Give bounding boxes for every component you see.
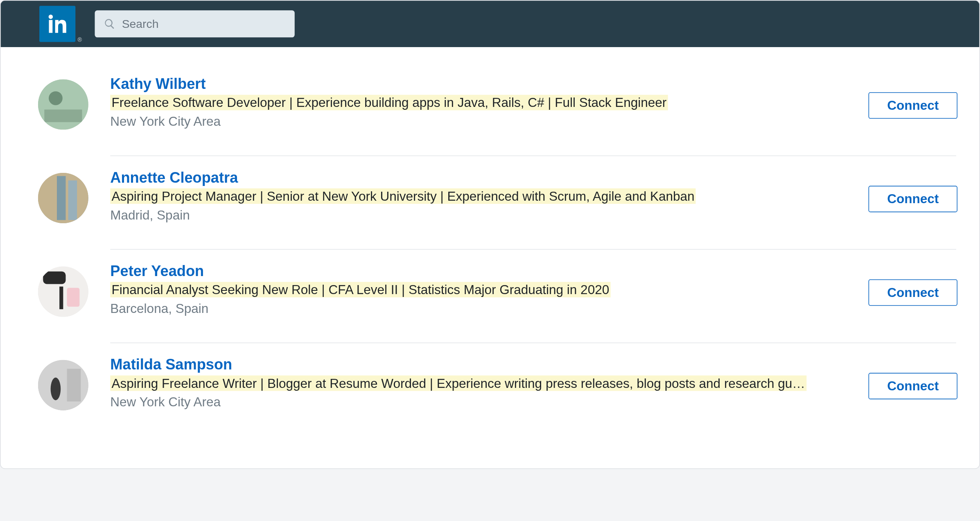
svg-rect-3 (44, 109, 82, 122)
action-column: Connect (858, 75, 968, 119)
result-body: Kathy Wilbert Freelance Software Develop… (88, 75, 858, 129)
action-column: Connect (858, 263, 968, 306)
action-column: Connect (858, 169, 968, 213)
svg-rect-6 (68, 181, 77, 220)
svg-rect-9 (59, 287, 63, 309)
linkedin-logo[interactable]: ® (39, 6, 75, 42)
avatar[interactable] (38, 360, 88, 410)
search-input[interactable] (122, 17, 286, 31)
svg-rect-5 (57, 176, 65, 220)
profile-headline: Aspiring Freelance Writer | Blogger at R… (110, 376, 858, 391)
profile-headline: Freelance Software Developer | Experienc… (110, 95, 858, 110)
result-body: Annette Cleopatra Aspiring Project Manag… (88, 169, 858, 223)
profile-location: New York City Area (110, 114, 858, 129)
result-body: Peter Yeadon Financial Analyst Seeking N… (88, 263, 858, 316)
result-body: Matilda Sampson Aspiring Freelance Write… (88, 356, 858, 410)
avatar[interactable] (38, 266, 88, 317)
profile-name-link[interactable]: Annette Cleopatra (110, 169, 238, 187)
profile-headline: Financial Analyst Seeking New Role | CFA… (110, 283, 858, 297)
connect-button[interactable]: Connect (869, 373, 957, 399)
profile-name-link[interactable]: Matilda Sampson (110, 356, 232, 374)
search-field-wrap[interactable] (95, 10, 295, 37)
avatar-placeholder-icon (38, 360, 88, 410)
avatar-placeholder-icon (38, 266, 88, 317)
result-item: Matilda Sampson Aspiring Freelance Write… (38, 343, 968, 436)
profile-name-link[interactable]: Peter Yeadon (110, 263, 204, 280)
profile-location: Madrid, Spain (110, 208, 858, 222)
avatar-placeholder-icon (38, 79, 88, 130)
linkedin-icon (44, 10, 71, 37)
search-icon (104, 18, 115, 29)
profile-location: Barcelona, Spain (110, 301, 858, 316)
connect-button[interactable]: Connect (869, 92, 957, 119)
connect-button[interactable]: Connect (869, 186, 957, 213)
profile-headline: Aspiring Project Manager | Senior at New… (110, 189, 858, 204)
svg-rect-12 (67, 369, 81, 401)
result-item: Kathy Wilbert Freelance Software Develop… (38, 63, 968, 156)
registered-mark: ® (78, 37, 82, 43)
action-column: Connect (858, 356, 968, 399)
svg-rect-8 (43, 272, 65, 284)
svg-rect-10 (67, 288, 80, 307)
results-list: Kathy Wilbert Freelance Software Develop… (1, 47, 980, 468)
profile-location: New York City Area (110, 395, 858, 410)
avatar-placeholder-icon (38, 173, 88, 223)
result-item: Annette Cleopatra Aspiring Project Manag… (38, 156, 968, 249)
profile-name-link[interactable]: Kathy Wilbert (110, 75, 205, 93)
result-item: Peter Yeadon Financial Analyst Seeking N… (38, 250, 968, 343)
avatar[interactable] (38, 79, 88, 130)
topbar: ® (1, 1, 980, 47)
connect-button[interactable]: Connect (869, 279, 957, 306)
app-frame: ® Kathy Wilbert Freelance Software Devel… (0, 0, 980, 469)
svg-point-2 (49, 91, 63, 105)
svg-point-13 (51, 378, 61, 400)
avatar[interactable] (38, 173, 88, 223)
